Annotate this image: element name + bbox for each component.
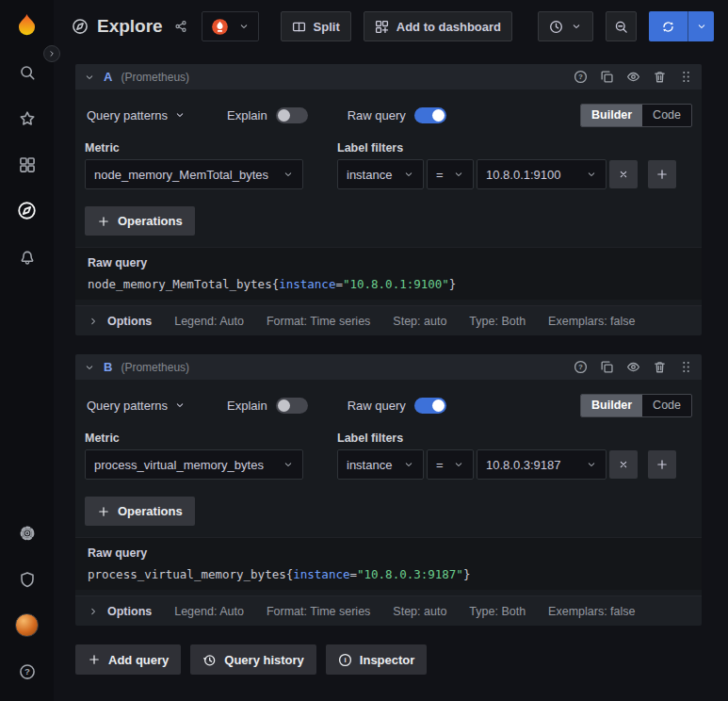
collapse-chevron-icon[interactable] — [84, 362, 95, 373]
duplicate-query-icon[interactable] — [600, 360, 614, 374]
explore-compass-icon — [72, 18, 89, 35]
filter-value-select[interactable]: 10.8.0.1:9100 — [477, 159, 607, 189]
zoom-out-icon — [614, 20, 628, 34]
query-history-button[interactable]: Query history — [190, 644, 316, 675]
raw-query-switch[interactable] — [414, 107, 446, 123]
sidebar: ? — [0, 0, 54, 701]
chevron-down-icon — [696, 21, 707, 32]
label-filters-field: Label filters instance = — [337, 141, 676, 189]
toggle-visibility-eye-icon[interactable] — [626, 360, 640, 374]
promql-equals: = — [349, 567, 357, 581]
options-legend: Legend: Auto — [174, 315, 244, 328]
chevron-down-icon — [238, 21, 250, 32]
options-header: Options — [88, 605, 152, 618]
filter-operator-select[interactable]: = — [427, 159, 474, 189]
shield-icon — [19, 571, 36, 588]
add-query-button[interactable]: Add query — [75, 644, 181, 675]
chevron-down-icon — [174, 109, 186, 121]
drag-handle-icon[interactable] — [679, 360, 693, 374]
sidebar-expand-button[interactable] — [43, 45, 60, 62]
toggle-visibility-eye-icon[interactable] — [626, 70, 640, 84]
inspector-label: Inspector — [360, 653, 415, 667]
query-builder-fields: Metric node_memory_MemTotal_bytes Label … — [85, 141, 692, 189]
chevron-right-icon — [88, 606, 99, 617]
plus-icon — [655, 458, 669, 471]
time-range-picker[interactable] — [538, 11, 593, 41]
refresh-interval-dropdown[interactable] — [688, 11, 714, 41]
inspector-button[interactable]: i Inspector — [326, 644, 428, 675]
raw-query-label: Raw query — [348, 108, 406, 122]
filter-value-select[interactable]: 10.8.0.3:9187 — [477, 449, 607, 480]
label-filters-label: Label filters — [337, 432, 676, 445]
add-to-dashboard-button[interactable]: Add to dashboard — [364, 11, 512, 41]
filter-label-select[interactable]: instance — [337, 159, 424, 189]
filter-operator-select[interactable]: = — [427, 449, 474, 480]
explain-switch[interactable] — [276, 107, 308, 123]
explore-footer-actions: Add query Query history i Inspector — [75, 644, 702, 675]
filter-label-select[interactable]: instance — [337, 449, 424, 480]
add-filter-button[interactable] — [648, 160, 676, 188]
raw-query-title: Raw query — [88, 546, 689, 560]
add-filter-button[interactable] — [648, 450, 676, 479]
add-operation-button[interactable]: Operations — [85, 206, 195, 236]
zoom-out-button[interactable] — [606, 11, 637, 41]
sidebar-item-dashboards[interactable] — [0, 141, 54, 187]
sidebar-item-explore[interactable] — [0, 187, 54, 234]
datasource-picker[interactable] — [202, 11, 259, 41]
promql-brace: } — [449, 277, 457, 291]
sidebar-item-profile[interactable] — [0, 602, 54, 648]
remove-query-trash-icon[interactable] — [653, 70, 667, 84]
sidebar-item-starred[interactable] — [0, 95, 54, 141]
sidebar-item-configuration[interactable] — [0, 510, 54, 556]
options-format: Format: Time series — [267, 605, 370, 618]
collapse-chevron-icon[interactable] — [84, 72, 95, 83]
query-patterns-dropdown[interactable]: Query patterns — [85, 108, 187, 122]
promql-string: "10.8.0.3:9187" — [357, 567, 463, 581]
filter-label-value: instance — [347, 168, 392, 182]
run-query-button[interactable] — [649, 11, 688, 41]
builder-mode-button[interactable]: Builder — [581, 395, 642, 416]
metric-select[interactable]: node_memory_MemTotal_bytes — [85, 159, 303, 189]
metric-value: node_memory_MemTotal_bytes — [94, 168, 268, 182]
query-options-row[interactable]: Options Legend: Auto Format: Time series… — [75, 595, 702, 626]
run-query-button-group — [649, 11, 714, 41]
filter-value-text: 10.8.0.1:9100 — [486, 168, 561, 182]
grafana-logo-icon[interactable] — [14, 12, 40, 38]
add-operation-button[interactable]: Operations — [85, 497, 195, 526]
chevron-down-icon — [403, 459, 414, 470]
raw-query-preview: Raw query process_virtual_memory_bytes{i… — [75, 537, 702, 590]
builder-mode-button[interactable]: Builder — [581, 105, 642, 126]
remove-filter-button[interactable] — [609, 450, 638, 479]
drag-handle-icon[interactable] — [679, 70, 693, 84]
main-area: Explore Split Add to dashboard — [54, 0, 728, 701]
remove-query-trash-icon[interactable] — [653, 360, 667, 374]
query-options-row[interactable]: Options Legend: Auto Format: Time series… — [75, 305, 702, 335]
sidebar-item-alerting[interactable] — [0, 234, 54, 280]
toolbar-actions: Split Add to dashboard — [281, 11, 714, 41]
split-button[interactable]: Split — [281, 11, 351, 41]
explain-switch[interactable] — [276, 398, 308, 414]
query-help-icon[interactable]: ? — [574, 360, 588, 374]
share-icon[interactable] — [174, 20, 187, 33]
sidebar-item-admin[interactable] — [0, 556, 54, 602]
plus-icon — [97, 215, 110, 228]
metric-select[interactable]: process_virtual_memory_bytes — [85, 449, 303, 480]
remove-filter-button[interactable] — [609, 160, 638, 188]
code-mode-button[interactable]: Code — [642, 105, 691, 126]
options-header: Options — [88, 315, 152, 328]
add-query-label: Add query — [108, 653, 169, 667]
sidebar-item-help[interactable]: ? — [0, 648, 54, 694]
dashboards-grid-icon — [19, 156, 36, 173]
raw-query-toggle-group: Raw query — [348, 398, 446, 414]
raw-query-switch[interactable] — [414, 398, 446, 414]
duplicate-query-icon[interactable] — [600, 70, 614, 84]
query-help-icon[interactable]: ? — [574, 70, 588, 84]
query-editor-toolbar: Query patterns Explain Raw query Bu — [85, 100, 692, 130]
query-row-header[interactable]: A (Prometheus) ? — [75, 64, 702, 90]
query-history-label: Query history — [224, 653, 304, 667]
options-title: Options — [107, 315, 152, 328]
plus-icon — [655, 168, 669, 181]
code-mode-button[interactable]: Code — [642, 395, 691, 416]
query-patterns-dropdown[interactable]: Query patterns — [85, 399, 187, 413]
query-row-header[interactable]: B (Prometheus) ? — [75, 354, 702, 380]
